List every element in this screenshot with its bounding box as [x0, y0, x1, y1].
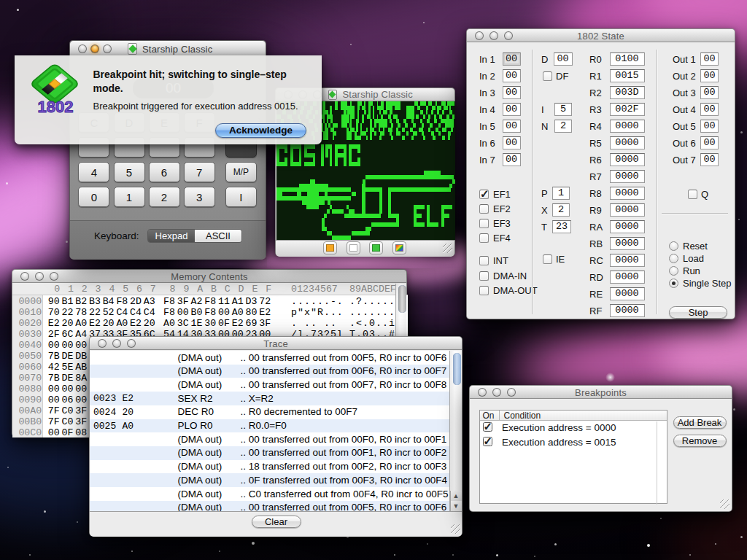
- svg-text:1802: 1802: [37, 98, 73, 116]
